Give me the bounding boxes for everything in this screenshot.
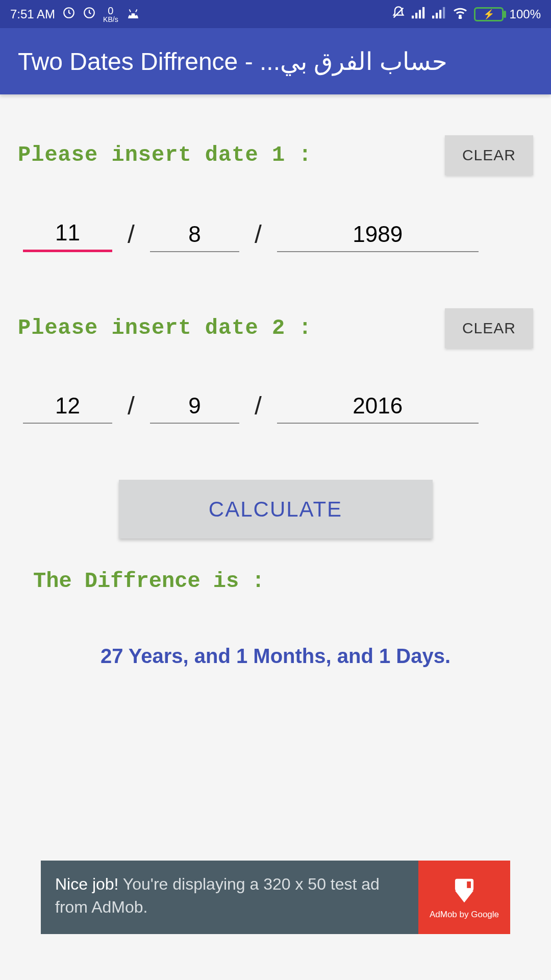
ad-bold: Nice job! [55,875,119,893]
svg-point-15 [459,16,461,18]
svg-rect-10 [422,7,424,18]
svg-line-4 [129,9,131,12]
ad-banner[interactable]: Nice job! You're displaying a 320 x 50 t… [41,861,510,934]
page-title: Two Dates Diffrence - ...حساب الفرق بي [18,47,447,76]
vibrate-icon [391,6,406,23]
date1-row-header: Please insert date 1 : CLEAR [18,135,533,175]
svg-rect-13 [439,10,441,18]
calculate-button[interactable]: CALCULATE [119,480,433,538]
date2-day-input[interactable] [23,389,112,424]
date1-prompt: Please insert date 1 : [18,143,312,167]
battery-percent: 100% [510,7,541,21]
clear-date2-button[interactable]: CLEAR [445,308,533,348]
svg-rect-7 [412,15,414,18]
date1-month-input[interactable] [150,217,239,252]
signal-icon [432,7,446,22]
svg-rect-17 [467,881,471,888]
svg-point-2 [130,13,132,15]
data-speed-indicator: 0 KB/s [103,6,118,23]
android-icon [126,7,141,21]
date2-month-input[interactable] [150,389,239,424]
date-separator: / [255,219,262,252]
sync-icon [62,6,76,22]
date-separator: / [255,391,262,424]
date1-inputs: / / [18,216,533,252]
date-separator: / [128,219,135,252]
status-bar: 7:51 AM 0 KB/s ⚡ 100% [0,0,551,28]
svg-rect-14 [443,7,445,18]
status-time: 7:51 AM [10,7,55,21]
date2-year-input[interactable] [277,389,479,424]
admob-caption: AdMob by Google [430,910,499,920]
content: Please insert date 1 : CLEAR / / Please … [0,94,551,668]
date2-prompt: Please insert date 2 : [18,316,312,340]
date-separator: / [128,391,135,424]
clear-date1-button[interactable]: CLEAR [445,135,533,175]
admob-logo: AdMob by Google [418,861,510,934]
svg-rect-9 [419,10,421,18]
status-left: 7:51 AM 0 KB/s [10,6,141,23]
sync-icon [83,6,96,22]
wifi-icon [453,7,468,22]
date2-inputs: / / [18,389,533,424]
battery-icon: ⚡ [474,7,504,21]
signal-icon [412,7,426,22]
admob-icon [448,875,480,906]
date1-year-input[interactable] [277,217,479,252]
app-bar: Two Dates Diffrence - ...حساب الفرق بي [0,28,551,94]
svg-point-3 [135,13,137,15]
result-label: The Diffrence is : [33,569,533,594]
svg-rect-8 [415,13,417,18]
svg-line-5 [136,9,137,12]
status-right: ⚡ 100% [391,6,541,23]
date1-day-input[interactable] [23,216,112,252]
svg-rect-12 [436,13,438,18]
svg-rect-11 [432,15,434,18]
result-value: 27 Years, and 1 Months, and 1 Days. [18,645,533,668]
ad-text: Nice job! You're displaying a 320 x 50 t… [41,861,418,934]
date2-row-header: Please insert date 2 : CLEAR [18,308,533,348]
